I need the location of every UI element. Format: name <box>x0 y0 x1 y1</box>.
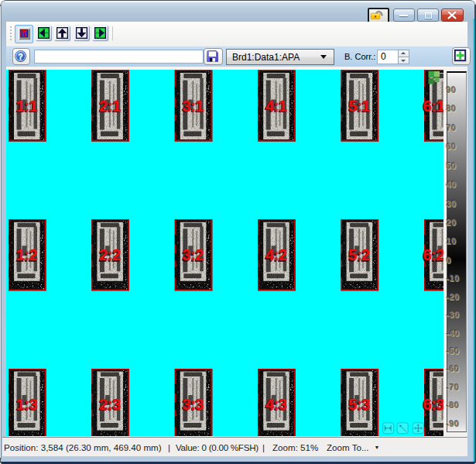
svg-text:3:3: 3:3 <box>182 396 204 413</box>
svg-text:4:1: 4:1 <box>265 98 287 115</box>
svg-text:2:3: 2:3 <box>99 396 121 413</box>
svg-text:6:1: 6:1 <box>423 98 443 115</box>
svg-text:5:3: 5:3 <box>348 396 370 413</box>
svg-text:2:1: 2:1 <box>99 98 121 115</box>
svg-text:2:2: 2:2 <box>99 246 121 263</box>
svg-text:4:3: 4:3 <box>265 396 287 413</box>
svg-text:1:3: 1:3 <box>16 396 38 413</box>
svg-text:1:2: 1:2 <box>16 246 38 263</box>
svg-text:1:1: 1:1 <box>16 98 38 115</box>
svg-text:6:3: 6:3 <box>423 396 443 413</box>
svg-text:id: id <box>20 29 28 39</box>
svg-text:4:2: 4:2 <box>265 246 287 263</box>
svg-text:6:2: 6:2 <box>423 246 443 263</box>
svg-text:3:1: 3:1 <box>182 98 204 115</box>
svg-text:5:2: 5:2 <box>348 246 370 263</box>
svg-text:3:2: 3:2 <box>182 246 204 263</box>
svg-text:5:1: 5:1 <box>348 98 370 115</box>
svg-text:?: ? <box>18 52 22 60</box>
